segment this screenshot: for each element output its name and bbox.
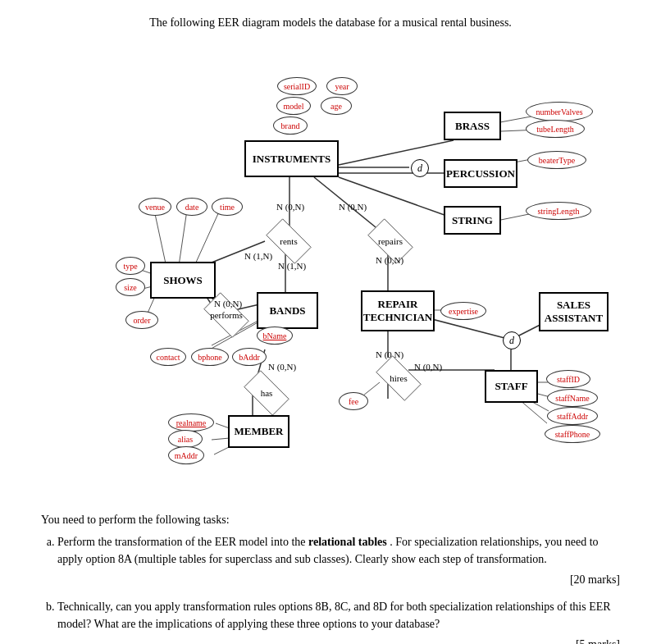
attr-venue: venue <box>139 198 171 216</box>
svg-line-9 <box>154 210 166 267</box>
attr-age: age <box>321 97 352 115</box>
disjoint-instruments: d <box>411 159 429 177</box>
attr-serialid: serialID <box>277 77 317 95</box>
question-a-marks: [20 marks] <box>57 571 620 588</box>
entity-sales-assistant: SALES ASSISTANT <box>539 292 609 331</box>
attr-beatertype: beaterType <box>527 151 586 169</box>
svg-line-33 <box>519 400 547 423</box>
attr-bphone: bphone <box>191 348 229 366</box>
attr-fee: fee <box>339 392 368 410</box>
attr-year: year <box>326 77 358 95</box>
attr-alias: alias <box>168 430 203 448</box>
diamond-has: has <box>238 377 295 409</box>
eer-diagram: INSTRUMENTS d BRASS PERCUSSION STRING nu… <box>35 38 626 497</box>
svg-line-2 <box>339 177 454 218</box>
attr-baddr: bAddr <box>232 348 267 366</box>
svg-line-11 <box>195 210 220 264</box>
card-instruments-rents: N (0,N) <box>276 202 304 212</box>
attr-maddr: mAddr <box>168 446 204 464</box>
entity-percussion: PERCUSSION <box>444 159 517 188</box>
attr-bname: bName <box>257 327 293 345</box>
attr-tubelength: tubeLength <box>526 120 585 138</box>
attr-staffaddr: staffAddr <box>547 407 598 425</box>
attr-contact: contact <box>150 348 186 366</box>
card-repairs-tech: N (0,N) <box>376 255 403 265</box>
entity-brass: BRASS <box>444 112 501 140</box>
attr-stringlength: stringLength <box>526 202 591 220</box>
questions-intro: You need to perform the following tasks: <box>41 514 620 527</box>
card-rents-bands: N (1,N) <box>278 261 306 271</box>
attr-expertise: expertise <box>440 302 486 320</box>
disjoint-staff: d <box>503 331 521 349</box>
svg-line-10 <box>179 210 187 266</box>
entity-shows: SHOWS <box>150 262 216 299</box>
svg-line-0 <box>339 140 454 165</box>
entity-string: STRING <box>444 206 501 235</box>
entity-bands: BANDS <box>257 292 318 329</box>
attr-numbervalves: numberValves <box>526 102 593 121</box>
entity-member: MEMBER <box>228 415 289 448</box>
question-a: Perform the transformation of the EER mo… <box>57 533 620 588</box>
attr-model: model <box>276 97 311 115</box>
entity-staff: STAFF <box>485 370 538 403</box>
attr-staffname: staffName <box>547 389 598 407</box>
attr-order: order <box>125 311 158 329</box>
attr-realname: realname <box>168 413 214 432</box>
diamond-hires: hires <box>370 362 427 395</box>
attr-date: date <box>176 198 207 216</box>
attr-size: size <box>116 278 145 296</box>
entity-repair-tech: REPAIR TECHNICIAN <box>361 290 435 331</box>
intro-text: The following EER diagram models the dat… <box>33 16 628 30</box>
attr-time: time <box>212 198 243 216</box>
question-a-bold: relational tables <box>308 536 387 548</box>
attr-staffid: staffID <box>546 370 590 388</box>
card-has-bands: N (0,N) <box>268 362 296 372</box>
card-performs-bands: N (0,N) <box>214 299 242 308</box>
attr-brand: brand <box>273 116 308 135</box>
card-rents-shows: N (1,N) <box>244 251 272 261</box>
question-b-marks: [5 marks] <box>57 636 620 644</box>
attr-type: type <box>116 257 145 275</box>
question-b: Technically, can you apply transformatio… <box>57 598 620 644</box>
entity-instruments: INSTRUMENTS <box>244 140 339 177</box>
attr-staffphone: staffPhone <box>545 425 600 443</box>
questions-section: You need to perform the following tasks:… <box>33 514 628 644</box>
card-instruments-repairs: N (0,N) <box>339 202 367 212</box>
diamond-repairs: repairs <box>362 225 419 258</box>
